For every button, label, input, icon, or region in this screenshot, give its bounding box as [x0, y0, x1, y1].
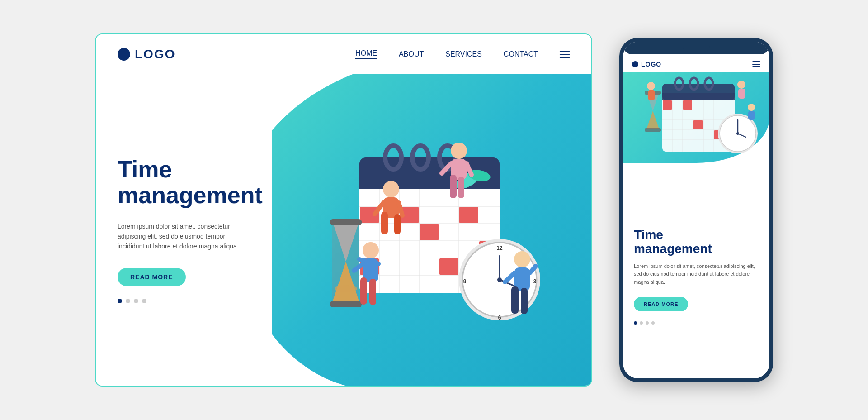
phone-content-area: Time management Lorem ipsum dolor sit am… [623, 215, 769, 378]
phone-nav: LOGO [623, 54, 769, 72]
svg-rect-81 [693, 120, 703, 129]
svg-rect-18 [459, 207, 478, 223]
phone-notch [683, 44, 710, 52]
phone-inner: LOGO [623, 42, 769, 378]
logo-text: LOGO [135, 47, 175, 62]
svg-rect-48 [450, 175, 457, 198]
read-more-button[interactable]: READ MORE [118, 268, 186, 286]
nav-bar: LOGO HOME ABOUT SERVICES CONTACT [96, 34, 591, 74]
right-panel: 12 3 6 9 [272, 74, 591, 386]
svg-rect-80 [683, 100, 692, 110]
hero-illustration: 12 3 6 9 [301, 126, 563, 334]
logo-area: LOGO [118, 47, 355, 62]
hero-description: Lorem ipsum dolor sit amet, consectetur … [118, 221, 250, 252]
phone-dot-3 [646, 321, 649, 325]
dot-active [118, 299, 122, 303]
phone-dot-4 [651, 321, 655, 325]
svg-point-94 [737, 81, 745, 89]
nav-link-home[interactable]: HOME [355, 49, 377, 59]
hero-title: Time management [118, 157, 250, 208]
phone-read-more-button[interactable]: READ MORE [634, 297, 688, 311]
svg-point-87 [736, 132, 739, 135]
dot-2 [126, 299, 130, 303]
svg-rect-97 [748, 111, 755, 120]
dot-4 [142, 299, 146, 303]
svg-rect-79 [663, 100, 672, 110]
svg-point-58 [514, 251, 530, 267]
svg-rect-93 [648, 90, 655, 100]
phone-dot-2 [640, 321, 643, 325]
svg-rect-36 [330, 301, 362, 307]
phone-pagination-dots [634, 321, 759, 325]
svg-text:3: 3 [533, 278, 537, 285]
svg-rect-91 [645, 128, 661, 132]
outer-container: LOGO HOME ABOUT SERVICES CONTACT Time ma… [77, 15, 791, 405]
phone-logo-area: LOGO [632, 61, 661, 68]
main-content: Time management Lorem ipsum dolor sit am… [96, 74, 591, 386]
pagination-dots [118, 299, 250, 303]
svg-text:9: 9 [463, 278, 467, 285]
svg-rect-95 [738, 89, 745, 99]
svg-rect-22 [439, 258, 458, 275]
phone-hero-description: Lorem ipsum dolor sit amet, consectetur … [634, 262, 759, 286]
svg-point-46 [451, 143, 467, 159]
phone-logo-dot-icon [632, 61, 638, 67]
svg-rect-43 [394, 214, 401, 234]
svg-rect-19 [420, 224, 439, 240]
phone-logo-text: LOGO [641, 61, 661, 68]
svg-point-37 [335, 285, 357, 292]
svg-rect-35 [330, 219, 362, 225]
phone-hero-illustration [628, 75, 764, 161]
svg-text:6: 6 [498, 315, 501, 321]
svg-marker-89 [646, 111, 659, 129]
svg-point-52 [363, 242, 379, 258]
svg-rect-66 [662, 93, 735, 100]
left-panel: Time management Lorem ipsum dolor sit am… [96, 74, 272, 386]
nav-links: HOME ABOUT SERVICES CONTACT [355, 49, 570, 59]
nav-link-about[interactable]: ABOUT [399, 50, 424, 58]
illustration-area: 12 3 6 9 [272, 74, 591, 386]
svg-point-40 [383, 181, 399, 197]
svg-point-96 [748, 104, 755, 111]
nav-link-services[interactable]: SERVICES [445, 50, 482, 58]
phone-notch-bar [623, 42, 769, 54]
phone-dot-active [634, 321, 637, 325]
svg-rect-42 [381, 212, 388, 234]
nav-menu-icon[interactable] [560, 51, 570, 58]
dot-3 [134, 299, 138, 303]
svg-text:12: 12 [496, 245, 503, 251]
phone-main: Time management Lorem ipsum dolor sit am… [623, 72, 769, 378]
phone-hamburger-icon[interactable] [752, 61, 760, 67]
svg-rect-49 [458, 177, 464, 198]
desktop-card: LOGO HOME ABOUT SERVICES CONTACT Time ma… [95, 33, 592, 387]
logo-dot-icon [118, 48, 130, 61]
phone-illustration-area [623, 72, 769, 163]
phone-card: LOGO [619, 38, 773, 382]
svg-rect-54 [360, 277, 367, 305]
svg-rect-55 [369, 279, 376, 305]
svg-rect-61 [521, 288, 528, 314]
svg-rect-60 [511, 286, 519, 314]
nav-link-contact[interactable]: CONTACT [504, 50, 538, 58]
phone-hero-title: Time management [634, 228, 759, 256]
svg-point-31 [497, 277, 502, 282]
svg-point-92 [647, 82, 655, 90]
